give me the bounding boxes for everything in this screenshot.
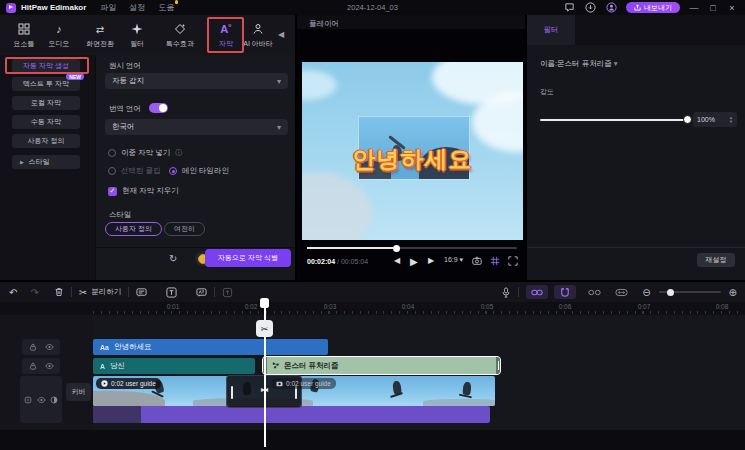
style-still-button[interactable]: 여전히 [164, 222, 205, 236]
zoom-slider[interactable] [659, 291, 721, 293]
new-badge: NEW [66, 73, 84, 80]
feedback-icon[interactable] [563, 2, 575, 14]
link-clips-icon[interactable] [526, 285, 548, 299]
ai-caption-icon[interactable] [196, 284, 207, 300]
effects-icon [174, 22, 186, 37]
auto-identify-button[interactable]: 자동으로 자막 식별 [205, 249, 291, 267]
ribbon-toolbar: 요소들 ♪ 오디오 ⇄ 화면전환 필터 특수효과 A˚ 자막 AI 아바타 ◀ [0, 15, 295, 55]
menu-help[interactable]: 도움 [158, 2, 174, 13]
unlink-icon[interactable] [588, 284, 601, 300]
opacity-icon[interactable] [50, 395, 59, 404]
source-language-select[interactable]: 자동 감지 ▾ [105, 73, 288, 89]
tab-filter-properties[interactable]: 필터 [527, 15, 575, 45]
zoom-in-icon[interactable]: ⊕ [729, 284, 737, 300]
selected-clip-radio[interactable]: 선택된 클립 [108, 166, 161, 176]
tab-effects[interactable]: 특수효과 [158, 18, 202, 52]
translate-toggle[interactable] [149, 103, 168, 113]
collapse-panel-icon[interactable]: ◀ [278, 30, 284, 39]
text-clip-icon: Aa [100, 344, 109, 351]
cover-button[interactable]: 커버 [66, 383, 91, 401]
style-label: 스타일 [109, 210, 132, 220]
export-frame-icon[interactable] [222, 284, 233, 300]
cloud-shape [302, 172, 372, 240]
minimize-icon[interactable]: — [689, 3, 699, 13]
export-button[interactable]: 내보내기 [626, 2, 680, 13]
reset-button[interactable]: 재설정 [697, 253, 735, 267]
ruler-label: 0:04 [402, 303, 415, 310]
text-tool-icon[interactable] [166, 284, 177, 300]
close-icon[interactable]: × [727, 3, 737, 13]
eye-icon[interactable] [37, 395, 46, 404]
next-frame-button[interactable]: ▶ [428, 256, 434, 265]
maximize-icon[interactable]: □ [708, 3, 718, 13]
sidebar-item-style[interactable]: ▶ 스타일 [12, 155, 80, 169]
sidebar-item-text-to-subtitle[interactable]: 텍스트 투 자막NEW [12, 77, 80, 91]
transition-left-handle[interactable] [231, 386, 233, 399]
clear-subtitles-checkbox[interactable]: ✓ 현재 자막 지우기 [108, 186, 179, 196]
sidebar-item-manual-subtitle[interactable]: 수동 자막 [12, 115, 80, 129]
scissors-icon[interactable]: ✂ [79, 284, 87, 300]
zoom-slider-knob[interactable] [667, 289, 674, 296]
intensity-slider-knob[interactable] [683, 115, 692, 124]
redo-icon[interactable]: ↷ [30, 284, 38, 300]
caret-down-icon: ▾ [277, 123, 281, 132]
subtitle-clip-2[interactable]: A 당신 [93, 358, 255, 374]
account-icon[interactable] [605, 2, 617, 14]
playback-progress-bar[interactable] [307, 247, 517, 249]
lock-icon[interactable] [29, 343, 38, 352]
style-custom-button[interactable]: 사용자 정의 [105, 222, 162, 236]
split-button[interactable]: 분리하기 [91, 287, 121, 297]
intensity-value-box[interactable]: 100% ▲▼ [693, 112, 737, 127]
audio-clip[interactable] [93, 406, 490, 423]
thumbnail-figure [462, 382, 471, 396]
play-button[interactable]: ▶ [410, 256, 418, 267]
effect-clip-monster-futurism[interactable]: 몬스터 퓨처리즘 [262, 356, 501, 375]
ruler-label: 0:06 [559, 303, 572, 310]
zoom-out-icon[interactable]: ⊖ [642, 284, 650, 300]
video-preview[interactable]: 안녕하세요 [302, 62, 523, 240]
playhead-cap[interactable] [260, 298, 269, 308]
fullscreen-icon[interactable] [508, 256, 518, 266]
lock-icon[interactable] [29, 362, 38, 371]
tab-filter[interactable]: 필터 [115, 18, 159, 52]
subtitle-clip-1[interactable]: Aa 안녕하세요 [93, 339, 328, 355]
ruler-label: 0:05 [481, 303, 494, 310]
clip-right-handle[interactable] [496, 357, 500, 374]
magnet-snap-icon[interactable] [554, 285, 576, 299]
filter-name-select[interactable]: 이름:몬스터 퓨처리즘 ▾ [540, 59, 618, 69]
grid-overlay-icon[interactable] [490, 256, 500, 266]
sidebar-item-custom[interactable]: 사용자 정의 [12, 134, 80, 148]
menu-file[interactable]: 파일 [100, 2, 116, 13]
menu-settings[interactable]: 설정 [129, 2, 145, 13]
tab-ai-avatar[interactable]: AI 아바타 [236, 18, 280, 52]
progress-knob[interactable] [393, 245, 400, 252]
prev-frame-button[interactable]: ◀ [394, 256, 400, 265]
export-icon [634, 4, 641, 11]
checkbox-checked-icon: ✓ [108, 187, 117, 196]
intensity-slider[interactable] [540, 119, 687, 121]
track3-header [20, 376, 62, 423]
refresh-icon[interactable]: ↻ [169, 253, 177, 264]
mic-icon[interactable] [501, 284, 511, 300]
delete-icon[interactable] [54, 284, 64, 300]
undo-icon[interactable]: ↶ [9, 284, 17, 300]
snapshot-icon[interactable] [472, 256, 482, 266]
bilingual-checkbox[interactable]: 이중 자막 넣기 ⓘ [108, 148, 182, 158]
main-timeline-radio[interactable]: 메인 타임라인 [169, 166, 229, 176]
mute-icon[interactable] [24, 395, 33, 404]
playhead-scissors-badge[interactable]: ✂ [256, 320, 273, 337]
download-icon[interactable] [584, 2, 596, 14]
aspect-ratio-select[interactable]: 16:9 ▾ [444, 256, 463, 264]
sidebar-item-local-subtitle[interactable]: 로컬 자막 [12, 96, 80, 110]
play-badge-icon [101, 380, 108, 387]
sidebar-item-auto-subtitle[interactable]: 자동 자막 생성 [12, 59, 80, 73]
timeline-ruler[interactable]: 0:01 0:02 0:03 0:04 0:05 0:06 0:07 0:08 [0, 302, 745, 315]
tab-audio[interactable]: ♪ 오디오 [37, 18, 81, 52]
auto-ripple-icon[interactable] [615, 284, 628, 300]
eye-icon[interactable] [45, 362, 54, 371]
filter-panel: 필터 이름:몬스터 퓨처리즘 ▾ 강도 100% ▲▼ 재설정 [525, 15, 745, 280]
eye-icon[interactable] [45, 343, 54, 352]
stepper-icons[interactable]: ▲▼ [729, 116, 733, 124]
subtitle-bubble-icon[interactable] [136, 284, 147, 300]
translate-language-select[interactable]: 한국어 ▾ [105, 119, 288, 135]
